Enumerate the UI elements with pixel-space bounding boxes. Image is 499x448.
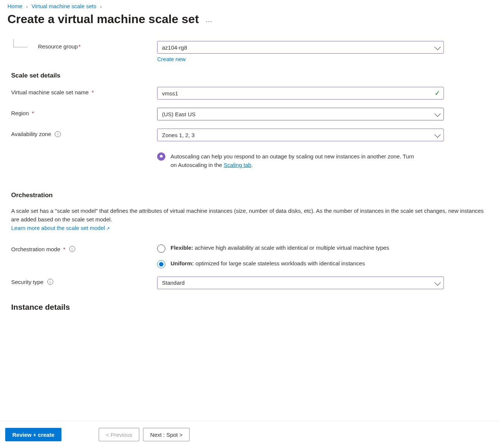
- orchestration-mode-radiogroup: Flexible: achieve high availability at s…: [157, 244, 444, 268]
- required-icon: *: [63, 246, 66, 252]
- breadcrumb: Home › Virtual machine scale sets ›: [7, 3, 492, 9]
- chevron-down-icon: [435, 132, 441, 138]
- orchestration-flexible-radio[interactable]: [157, 244, 165, 253]
- wizard-footer: Review + create < Previous Next : Spot >: [0, 421, 499, 448]
- region-label: Region: [11, 110, 29, 116]
- required-icon: *: [79, 43, 81, 50]
- orchestration-uniform-radio[interactable]: [157, 260, 165, 268]
- create-new-rg-link[interactable]: Create new: [157, 56, 186, 62]
- resource-group-label: Resource group: [38, 43, 78, 50]
- availability-zone-select[interactable]: Zones 1, 2, 3: [157, 129, 444, 141]
- autoscaling-callout: Autoscaling can help you respond to an o…: [157, 152, 444, 169]
- chevron-down-icon: [435, 111, 441, 117]
- region-select[interactable]: (US) East US: [157, 108, 444, 120]
- required-icon: *: [32, 110, 34, 116]
- rocket-icon: [157, 152, 165, 161]
- page-title: Create a virtual machine scale set: [7, 12, 199, 26]
- orchestration-mode-label: Orchestration mode: [11, 246, 60, 252]
- chevron-right-icon: ›: [26, 4, 28, 9]
- more-actions-icon[interactable]: ⋯: [206, 17, 213, 25]
- checkmark-icon: ✓: [435, 89, 440, 97]
- vmss-name-input[interactable]: [157, 87, 444, 100]
- vmss-name-label: Virtual machine scale set name: [11, 89, 89, 95]
- breadcrumb-vmss[interactable]: Virtual machine scale sets: [32, 3, 96, 9]
- chevron-down-icon: [435, 44, 441, 50]
- review-create-button[interactable]: Review + create: [5, 428, 61, 441]
- chevron-right-icon: ›: [100, 4, 102, 9]
- next-button[interactable]: Next : Spot >: [143, 428, 190, 441]
- orchestration-desc: A scale set has a "scale set model" that…: [11, 206, 492, 224]
- availability-zone-label: Availability zone: [11, 131, 51, 137]
- info-icon[interactable]: i: [47, 279, 53, 285]
- learn-more-scale-set-link[interactable]: Learn more about the scale set model: [11, 225, 110, 231]
- breadcrumb-home[interactable]: Home: [7, 3, 22, 9]
- security-type-select[interactable]: Standard: [157, 277, 444, 289]
- scale-set-details-heading: Scale set details: [11, 72, 492, 79]
- orchestration-heading: Orchestration: [11, 192, 492, 199]
- info-icon[interactable]: i: [69, 246, 75, 252]
- resource-group-select[interactable]: az104-rg8: [157, 41, 444, 54]
- chevron-down-icon: [435, 279, 441, 285]
- info-icon[interactable]: i: [55, 131, 61, 137]
- security-type-label: Security type: [11, 279, 44, 285]
- required-icon: *: [92, 89, 94, 95]
- previous-button[interactable]: < Previous: [99, 428, 139, 441]
- scaling-tab-link[interactable]: Scaling tab: [224, 162, 251, 168]
- instance-details-heading: Instance details: [11, 303, 492, 311]
- tree-connector-icon: [13, 39, 28, 47]
